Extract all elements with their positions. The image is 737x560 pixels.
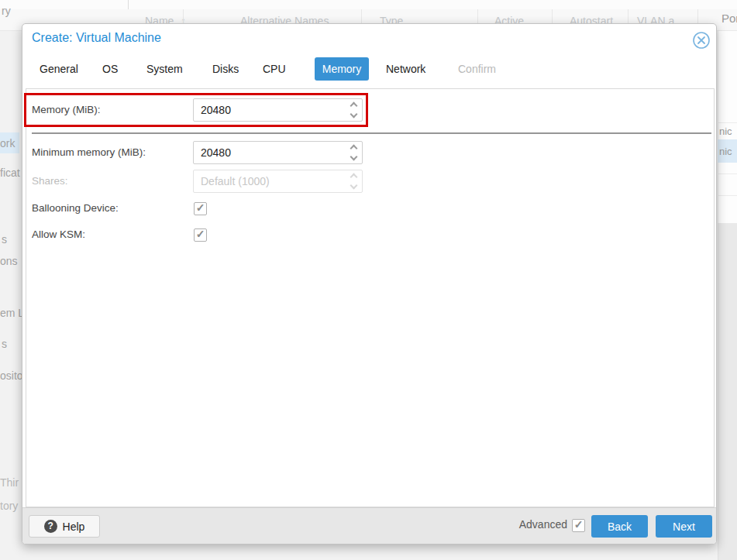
section-separator (32, 132, 711, 134)
bg-sidebar-fragment: s (2, 338, 7, 350)
bg-sidebar-fragment: ry (2, 5, 11, 17)
background-top-strip (0, 0, 737, 9)
bg-row-line (718, 195, 737, 196)
bg-sidebar-fragment: Thir (0, 476, 19, 489)
ksm-label: Allow KSM: (32, 228, 85, 240)
check-icon: ✓ (196, 228, 205, 240)
bg-right-gray-area (718, 223, 737, 560)
close-button[interactable] (692, 31, 711, 50)
check-icon: ✓ (196, 201, 205, 214)
ballooning-label: Ballooning Device: (32, 202, 119, 214)
bg-row-fragment: nic (719, 125, 732, 137)
bg-sidebar-fragment: tory (0, 500, 18, 512)
bg-row-line (718, 122, 737, 123)
next-button[interactable]: Next (656, 515, 712, 538)
shares-spinner (351, 170, 356, 193)
background-divider (128, 0, 129, 9)
tab-disks[interactable]: Disks (212, 57, 239, 81)
bg-column-ports: Por (722, 12, 737, 25)
memory-spinner[interactable] (351, 98, 356, 122)
bg-sidebar-fragment: ficat (0, 167, 20, 179)
memory-label: Memory (MiB): (32, 104, 101, 115)
create-vm-dialog: Create: Virtual Machine General OS Syste… (22, 23, 717, 545)
shares-label: Shares: (32, 175, 68, 187)
check-icon: ✓ (574, 518, 584, 531)
shares-field (193, 170, 363, 193)
min-memory-label: Minimum memory (MiB): (32, 146, 146, 158)
memory-field (193, 98, 363, 122)
close-icon (692, 31, 711, 50)
help-icon: ? (44, 520, 57, 533)
bg-row-fragment: nic (719, 146, 732, 157)
spinner-down-icon[interactable] (350, 153, 358, 161)
tab-confirm: Confirm (458, 57, 496, 81)
spinner-up-icon (350, 173, 358, 181)
spinner-up-icon[interactable] (350, 102, 358, 110)
help-button-label: Help (63, 520, 85, 533)
tab-os[interactable]: OS (102, 57, 118, 81)
bg-sidebar-fragment: s (2, 233, 7, 246)
min-memory-field (193, 141, 363, 164)
min-memory-input[interactable] (193, 141, 363, 164)
min-memory-spinner[interactable] (351, 141, 356, 164)
dialog-title: Create: Virtual Machine (32, 31, 161, 45)
bg-row-line (718, 173, 737, 174)
memory-input[interactable] (193, 98, 363, 122)
spinner-up-icon[interactable] (350, 145, 358, 153)
tab-memory[interactable]: Memory (315, 57, 369, 81)
shares-input (193, 170, 363, 193)
spinner-down-icon[interactable] (350, 111, 358, 119)
advanced-label: Advanced (519, 518, 567, 531)
bg-sidebar-fragment: ork (0, 137, 15, 149)
tab-cpu[interactable]: CPU (263, 57, 286, 81)
bg-sidebar-fragment: em L (0, 307, 24, 319)
help-button[interactable]: ? Help (29, 515, 100, 538)
screen: Name ↑ Alternative Names Type Active Aut… (0, 0, 737, 560)
back-button[interactable]: Back (591, 515, 648, 538)
tab-network[interactable]: Network (386, 57, 425, 81)
dialog-footer: ? Help Advanced ✓ Back Next (22, 507, 716, 544)
tab-system[interactable]: System (146, 57, 183, 81)
spinner-down-icon (350, 182, 358, 190)
ksm-checkbox[interactable]: ✓ (194, 228, 207, 242)
advanced-checkbox[interactable]: ✓ (572, 519, 585, 532)
bg-sidebar-fragment: osito (0, 369, 23, 382)
bg-sidebar-fragment: ons (0, 255, 18, 267)
tab-general[interactable]: General (40, 57, 78, 81)
ballooning-checkbox[interactable]: ✓ (194, 202, 207, 215)
